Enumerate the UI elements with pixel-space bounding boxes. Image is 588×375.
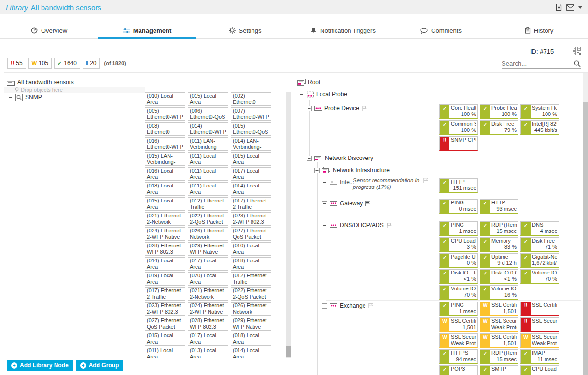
sensor-box[interactable]: ✓HTTP151 msec	[439, 178, 478, 193]
sensor-box[interactable]: ✓CPU Load	[520, 365, 559, 375]
qr-code-icon[interactable]	[573, 47, 581, 55]
sensor-box[interactable]: !!SSL Certifi...	[520, 302, 559, 316]
sensor-box[interactable]: !!SSL Securi...	[520, 317, 559, 332]
library-sensor-box[interactable]: (014) Local Area	[231, 182, 271, 196]
library-sensor-box[interactable]: (028) Ethernet-WFP 802.3	[188, 317, 228, 331]
library-sensor-box[interactable]: (020) Local Area	[188, 272, 228, 286]
status-badge-error[interactable]: !! 55	[7, 58, 26, 69]
library-sensor-box[interactable]: (014) Local Area	[145, 257, 185, 271]
library-sensor-box[interactable]: (015) Local Area	[145, 332, 185, 346]
left-scrollbar-track[interactable]	[286, 92, 291, 358]
sensor-box[interactable]: ✓Disk IO 0 C:<1 %	[480, 269, 518, 284]
sensor-box[interactable]: ✓Volume IO ...16 %	[480, 285, 518, 300]
sensor-box[interactable]: WSSL Certifi...1,501	[480, 333, 518, 348]
sensor-box[interactable]: WSSL Securi...Weak Proto...	[520, 333, 559, 348]
sensor-box[interactable]: ✓Volume IO ...70 %	[439, 285, 478, 300]
library-sensor-box[interactable]: (002) Ethernet0 Traffic	[231, 92, 271, 106]
library-sensor-box[interactable]: (023) Ethernet 2-WFP 802.3	[145, 302, 185, 316]
library-sensor-box[interactable]: (010) Local Area	[231, 242, 271, 256]
add-group-button[interactable]: + Add Group	[76, 360, 124, 371]
library-root-node[interactable]: All bandwidth sensors	[7, 78, 74, 86]
tree-node-snmp[interactable]: SNMP	[8, 93, 42, 101]
sensor-box[interactable]: ✓Pagefile Us...0 %	[439, 253, 478, 268]
sensor-box[interactable]: ✓PING1 msec	[439, 302, 478, 316]
sensor-box[interactable]: ✓DNS4 msec	[520, 221, 559, 236]
library-sensor-box[interactable]: (022) Ethernet 2-QoS Packet	[188, 212, 228, 226]
sensor-box[interactable]: ✓Core Health100 %	[439, 104, 478, 119]
sensor-box[interactable]: ✓Common S...100 %	[439, 120, 478, 135]
collapse-icon[interactable]	[8, 95, 13, 100]
sensor-box[interactable]: ✓HTTPS94 msec	[439, 349, 478, 364]
flag-icon[interactable]	[386, 222, 392, 228]
library-sensor-box[interactable]: (016) Local Area	[145, 167, 185, 181]
collapse-icon[interactable]	[307, 106, 312, 111]
library-sensor-box[interactable]: (024) Ethernet 2-WFP Native	[188, 302, 228, 316]
library-sensor-box[interactable]: (018) Local Area	[145, 182, 185, 196]
sensor-box[interactable]: ✓Memory83 %	[480, 237, 518, 252]
sensor-box[interactable]: WSSL Certifi...1,501	[480, 302, 518, 316]
library-sensor-box[interactable]: (027) Ethernet-QoS Packet	[231, 227, 271, 241]
library-sensor-box[interactable]: (011) Local Area	[188, 182, 228, 196]
tab-history[interactable]: History	[490, 23, 588, 38]
library-sensor-box[interactable]: (007) Ethernet0-WFP 802.3	[231, 107, 271, 121]
library-sensor-box[interactable]: (028) Ethernet-WFP 802.3	[145, 242, 185, 256]
search-icon[interactable]	[574, 60, 581, 67]
status-badge-ok[interactable]: ✓ 1640	[54, 58, 80, 69]
library-sensor-box[interactable]: (015) Local Area	[145, 197, 185, 211]
sensor-box[interactable]: ✓System He...100 %	[520, 104, 559, 119]
right-scrollbar-thumb[interactable]	[583, 102, 588, 375]
collapse-icon[interactable]	[307, 156, 312, 161]
tree-node-gateway[interactable]: Gateway	[322, 200, 371, 207]
library-sensor-box[interactable]: (010) Local Area	[145, 92, 185, 106]
library-sensor-box[interactable]: (021) Ethernet 2-Network	[188, 287, 228, 301]
tree-node-network-infrastructure[interactable]: Network Infrastructure	[314, 166, 390, 174]
flag-icon[interactable]	[368, 303, 374, 309]
tree-node-exchange[interactable]: Exchange	[322, 302, 374, 310]
library-sensor-box[interactable]: (011) Local Area	[145, 347, 185, 358]
library-sensor-box[interactable]: (022) Ethernet 2-QoS Packet	[231, 287, 271, 301]
library-sensor-box[interactable]: (024) Ethernet 2-WFP Native	[145, 227, 185, 241]
library-sensor-box[interactable]: (017) Local Area	[231, 167, 271, 181]
tree-node-dns-dhcp-ads[interactable]: DNS/DHCP/ADS	[322, 221, 392, 229]
tree-node-internet[interactable]: Inte...	[322, 178, 354, 186]
library-sensor-box[interactable]: (012) Ethernet Traffic	[231, 272, 271, 286]
flag-icon[interactable]	[362, 105, 367, 111]
tree-node-local-probe[interactable]: Local Probe	[299, 90, 347, 98]
sensor-box[interactable]: ✓HTTP93 msec	[480, 199, 518, 214]
flag-icon-filled[interactable]	[365, 201, 371, 206]
library-sensor-box[interactable]: (018) Local Area	[231, 332, 271, 346]
status-badge-paused[interactable]: II 20	[83, 58, 99, 69]
sensor-box[interactable]: ✓PING1 msec	[439, 221, 478, 236]
sensor-box[interactable]: ✓POP3	[439, 365, 478, 375]
library-sensor-box[interactable]: (016) Ethernet0-WFP 802.3	[145, 137, 185, 151]
collapse-icon[interactable]	[322, 223, 327, 228]
library-sensor-box[interactable]: (015) Ethernet0-QoS Packet	[231, 122, 271, 136]
library-sensor-box[interactable]: (006) Ethernet0-QoS Packet	[188, 107, 228, 121]
sensor-box[interactable]: ✓Probe Heal...100 %	[480, 104, 518, 119]
library-sensor-box[interactable]: (017) Ethernet 2 Traffic	[231, 197, 271, 211]
tree-node-network-discovery[interactable]: Network Discovery	[307, 154, 373, 162]
library-sensor-box[interactable]: (023) Ethernet 2-WFP 802.3	[231, 212, 271, 226]
search-input[interactable]	[502, 59, 569, 68]
tab-settings[interactable]: Settings	[196, 23, 294, 38]
collapse-icon[interactable]	[322, 180, 327, 185]
library-sensor-box[interactable]: (021) Ethernet 2-Network	[145, 212, 185, 226]
chevron-down-icon[interactable]	[578, 6, 582, 9]
tree-node-root[interactable]: Root	[297, 78, 320, 86]
tab-comments[interactable]: Comments	[392, 23, 490, 38]
library-sensor-box[interactable]: (014) Local Area	[231, 347, 271, 358]
sensor-box[interactable]: ✓Uptime9 d 12 h	[480, 253, 518, 268]
add-library-node-button[interactable]: + Add Library Node	[7, 360, 73, 371]
library-sensor-box[interactable]: (011) Local Area	[188, 167, 228, 181]
library-sensor-box[interactable]: (019) Local Area	[145, 272, 185, 286]
library-sensor-box[interactable]: (017) Ethernet 2 Traffic	[145, 287, 185, 301]
flag-icon[interactable]	[423, 177, 429, 183]
library-sensor-box[interactable]: (029) Ethernet-WFP Native	[188, 242, 228, 256]
sensor-box[interactable]: ✓SMTP	[480, 365, 518, 375]
sensor-box[interactable]: !!SNMP CPU...	[439, 136, 478, 151]
sensor-box[interactable]: ✓Disk IO _To...<1 %	[439, 269, 478, 284]
new-object-icon[interactable]	[555, 3, 562, 11]
tab-overview[interactable]: Overview	[0, 23, 98, 38]
collapse-icon[interactable]	[322, 201, 327, 206]
library-sensor-box[interactable]: (014) LAN-Verbindung-QoS	[231, 137, 271, 151]
